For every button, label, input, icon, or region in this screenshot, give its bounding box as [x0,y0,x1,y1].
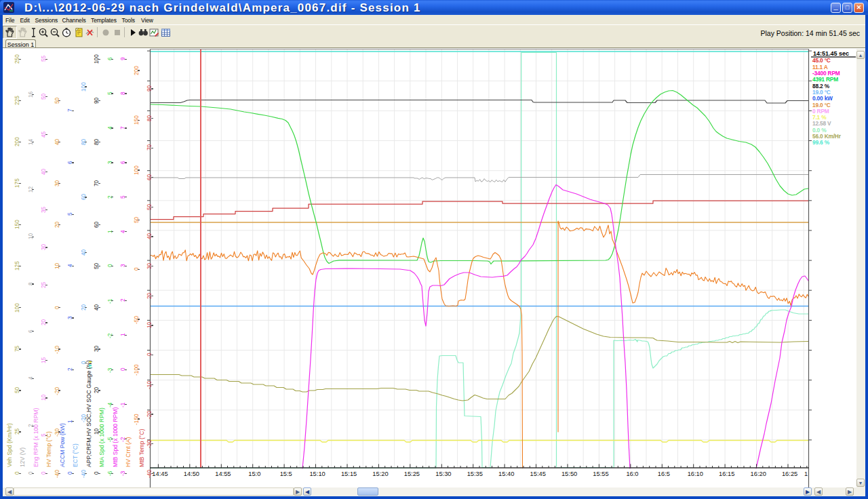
svg-text:1: 1 [804,471,808,477]
svg-text:16:5: 16:5 [658,471,670,477]
svg-text:15:40: 15:40 [498,471,514,477]
svg-text:15:30: 15:30 [435,471,451,477]
svg-text:14:50: 14:50 [184,471,199,477]
svg-text:16:15: 16:15 [719,471,734,477]
svg-text:15:10: 15:10 [309,471,325,477]
svg-text:14:45: 14:45 [152,471,167,477]
svg-text:16:0: 16:0 [626,471,638,477]
svg-text:15:5: 15:5 [280,471,292,477]
svg-text:16:25: 16:25 [782,471,797,477]
svg-text:15:20: 15:20 [372,471,388,477]
svg-text:15:15: 15:15 [341,471,357,477]
svg-text:15:0: 15:0 [248,471,260,477]
svg-text:14:55: 14:55 [215,471,231,477]
svg-text:15:25: 15:25 [404,471,420,477]
svg-text:15:45: 15:45 [530,471,546,477]
svg-text:15:55: 15:55 [593,471,608,477]
svg-text:15:35: 15:35 [467,471,483,477]
svg-text:15:50: 15:50 [561,471,577,477]
svg-text:16:20: 16:20 [751,471,766,477]
svg-text:16:10: 16:10 [688,471,703,477]
